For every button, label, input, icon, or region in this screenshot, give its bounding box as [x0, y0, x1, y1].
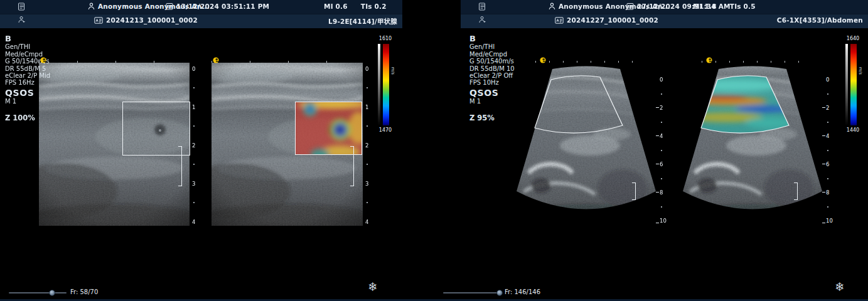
mi-value: MI 1.8	[693, 3, 717, 10]
exam-id-group: 20241213_100001_0002	[94, 16, 198, 24]
probe-orientation-marker	[213, 57, 219, 63]
exam-panel-left: Anonymous Anonymous An... 13/12/2024 03:…	[0, 0, 434, 301]
grayscale-bar	[378, 44, 380, 125]
colorbar-unit: m/s	[858, 67, 863, 75]
mi-value: MI 0.6	[324, 3, 348, 10]
id-card-icon	[555, 17, 564, 24]
calendar-icon	[626, 3, 634, 10]
patient-tools-button[interactable]	[18, 16, 25, 24]
depth-ruler: 0 1 2 3 4	[363, 63, 375, 226]
exam-datetime-group: 13/12/2024 03:51:11 PM	[166, 3, 269, 10]
patient-settings-icon	[478, 16, 486, 24]
param-line: G 50/1540m/s	[469, 58, 515, 65]
param-line: Gen/THI	[469, 43, 515, 50]
imaging-parameters: B Gen/THI Med/eCmpd G 50/1540m/s DR 55dB…	[469, 35, 515, 122]
depth-ruler: 0 2 4 6 8 10	[658, 63, 669, 224]
tis-value: TIs 0.2	[361, 3, 387, 10]
zoom-level: Z 100%	[5, 115, 50, 122]
cine-slider-thumb[interactable]	[496, 290, 503, 296]
exam-datetime: 13/12/2024 03:51:11 PM	[176, 3, 269, 10]
freeze-snowflake-icon[interactable]: ❄	[835, 280, 845, 293]
depth-ruler: 0 2 4 6 8 10	[824, 63, 835, 224]
acoustic-indices: MI 1.8 TIs 0.5	[693, 3, 756, 10]
grayscale-bar	[845, 44, 848, 125]
worksheet-button[interactable]	[18, 3, 25, 11]
rainbow-bar	[383, 44, 389, 125]
worksheet-button[interactable]	[478, 3, 486, 11]
param-line: DR 55dB/M 5	[5, 65, 50, 72]
bmode-fan-image-overlayed	[681, 63, 824, 224]
cine-slider-thumb[interactable]	[49, 290, 55, 296]
frame-counter: Fr: 146/146	[505, 288, 540, 295]
header-bar: Anonymous Anonymous An... 13/12/2024 03:…	[0, 0, 402, 28]
frame-counter: Fr: 58/70	[70, 288, 98, 295]
acoustic-indices: MI 0.6 TIs 0.2	[324, 3, 387, 10]
probe-orientation-marker	[706, 57, 712, 63]
m-index: M 1	[5, 98, 50, 105]
probe-orientation-marker	[540, 57, 546, 63]
focus-bracket	[632, 182, 636, 200]
rainbow-bar	[850, 44, 857, 125]
param-line: Med/eCmpd	[469, 51, 515, 58]
probe-preset: C6-1X[4353]/Abdomen	[777, 16, 863, 24]
colorbar-unit: m/s	[390, 67, 395, 75]
person-icon	[88, 3, 95, 10]
depth-ruler: 0 1 2 3 4	[190, 63, 201, 226]
exam-id: 20241227_100001_0002	[567, 16, 658, 24]
header-bar: Anonymous Anonymous An... 27/12/2024 09:…	[461, 0, 868, 28]
probe-orientation-marker	[40, 57, 46, 63]
focus-bracket	[350, 146, 354, 186]
exam-id-group: 20241227_100001_0002	[555, 16, 658, 24]
preset-label: QSOS	[469, 90, 515, 97]
cine-slider-track[interactable]	[443, 292, 501, 293]
cine-slider-track[interactable]	[9, 292, 67, 293]
colorbar-max: 1610	[376, 36, 395, 41]
colorbar-min: 1470	[376, 127, 395, 133]
id-card-icon	[94, 17, 103, 24]
param-line: FPS 10Hz	[469, 79, 515, 86]
m-index: M 1	[469, 98, 515, 105]
exam-panel-right: Anonymous Anonymous An... 27/12/2024 09:…	[434, 0, 868, 301]
param-line: eClear 2/P Off	[469, 72, 515, 79]
probe-preset: L9-2E[4114]/甲状腺	[328, 16, 397, 26]
person-icon	[549, 3, 555, 10]
imaging-parameters: B Gen/THI Med/eCmpd G 50/1540m/s DR 55dB…	[5, 35, 50, 122]
report-icon	[18, 3, 25, 11]
focus-bracket	[794, 182, 798, 200]
mode-label: B	[5, 35, 50, 42]
mode-label: B	[469, 35, 515, 42]
exam-id: 20241213_100001_0002	[106, 16, 198, 24]
preset-label: QSOS	[5, 90, 50, 97]
zoom-level: Z 95%	[469, 115, 515, 122]
dual-exam-screen: Anonymous Anonymous An... 13/12/2024 03:…	[0, 0, 868, 301]
param-line: eClear 2/P Mid	[5, 72, 50, 79]
bmode-fan-image	[515, 63, 658, 224]
tis-value: TIs 0.5	[730, 3, 756, 10]
param-line: DR 55dB/M 10	[469, 65, 515, 72]
patient-tools-button[interactable]	[478, 16, 486, 24]
colorbar-min: 1440	[844, 127, 862, 133]
calendar-icon	[166, 3, 173, 10]
patient-settings-icon	[18, 16, 25, 24]
freeze-snowflake-icon[interactable]: ❄	[368, 280, 378, 293]
focus-bracket	[178, 146, 182, 186]
colorbar-max: 1640	[844, 36, 862, 41]
param-line: FPS 16Hz	[5, 79, 50, 86]
param-line: Gen/THI	[5, 43, 50, 50]
report-icon	[478, 3, 486, 11]
